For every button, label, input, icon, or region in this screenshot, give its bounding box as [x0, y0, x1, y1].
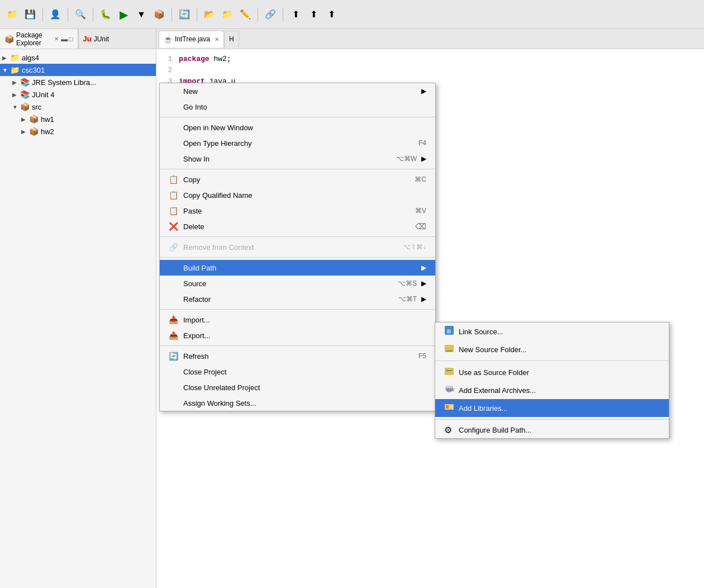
import-icon: 📥: [169, 315, 181, 324]
debug-button[interactable]: 🐛: [98, 7, 113, 22]
svg-rect-8: [446, 370, 453, 371]
submenu-item-new-source-folder[interactable]: New Source Folder...: [435, 340, 669, 358]
submenu-item-add-libraries[interactable]: Add Libraries...: [435, 399, 669, 417]
submenu-item-add-external-archives[interactable]: 010 Add External Archives...: [435, 381, 669, 399]
open-folder-button[interactable]: 📂: [202, 7, 217, 22]
menu-separator-2: [160, 169, 435, 169]
toolbar-separator-5: [197, 8, 197, 21]
tree-item-src[interactable]: ▼ 📦 src: [0, 101, 156, 113]
new-file-button[interactable]: 📁: [4, 7, 20, 22]
toolbar-separator-3: [93, 8, 93, 21]
copy-qualified-icon: 📋: [169, 191, 181, 200]
edit-button[interactable]: ✏️: [237, 7, 253, 22]
code-line-1: 1 package hw2;: [156, 54, 704, 65]
toolbar-separator-6: [258, 8, 258, 21]
editor-tab-close[interactable]: ✕: [215, 36, 219, 42]
menu-item-open-type-hierarchy[interactable]: Open Type Hierarchy F4: [160, 135, 435, 151]
package-explorer-tab-label[interactable]: Package Explorer: [16, 31, 50, 47]
editor-tab-h-label: H: [229, 35, 234, 43]
line-content-2[interactable]: [179, 65, 704, 76]
menu-item-copy-qualified-name[interactable]: 📋 Copy Qualified Name: [160, 187, 435, 203]
tree-item-junit4[interactable]: ▶ 📚 JUnit 4: [0, 88, 156, 101]
toolbar-separator-7: [283, 8, 283, 21]
menu-item-delete[interactable]: ❌ Delete ⌫: [160, 219, 435, 234]
menu-label-copy-qualified-name: Copy Qualified Name: [183, 191, 426, 200]
package-explorer-tree: ▶ 📁 algs4 ▼ 📁 csc301 ▶ 📚 JRE System Libr…: [0, 49, 156, 588]
build-button[interactable]: 📦: [151, 7, 167, 22]
menu-item-close-project[interactable]: Close Project: [160, 364, 435, 380]
editor-tab-inttree[interactable]: ☕ IntTree.java ✕: [159, 31, 224, 48]
menu-item-export[interactable]: 📤 Export...: [160, 328, 435, 343]
submenu-separator-1: [435, 361, 669, 361]
folder-button[interactable]: 📁: [220, 7, 235, 22]
build-path-submenu: ⊞ Link Source... New Source Folder... Us…: [435, 322, 669, 439]
svg-text:⊞: ⊞: [446, 328, 451, 334]
tree-item-csc301[interactable]: ▼ 📁 csc301: [0, 64, 156, 76]
tree-arrow-csc301: ▼: [2, 67, 10, 73]
tree-item-hw1[interactable]: ▶ 📦 hw1: [0, 113, 156, 125]
junit-tab-section[interactable]: Ju JUnit: [79, 29, 156, 49]
link-source-icon: ⊞: [444, 325, 456, 338]
new-arrow-icon: ▶: [421, 87, 426, 95]
editor-tab-h[interactable]: H: [224, 31, 239, 48]
profile-button[interactable]: 👤: [47, 7, 63, 22]
tree-item-hw2[interactable]: ▶ 📦 hw2: [0, 125, 156, 137]
menu-item-source[interactable]: Source ⌥⌘S ▶: [160, 276, 435, 291]
submenu-item-link-source[interactable]: ⊞ Link Source...: [435, 323, 669, 340]
menu-item-build-path[interactable]: Build Path ▶: [160, 260, 435, 276]
delete-shortcut: ⌫: [415, 222, 426, 231]
menu-item-import[interactable]: 📥 Import...: [160, 312, 435, 328]
tree-label-hw2: hw2: [41, 127, 54, 136]
submenu-item-use-as-source[interactable]: Use as Source Folder: [435, 363, 669, 381]
line-content-1[interactable]: package hw2;: [179, 54, 704, 65]
code-line-2: 2: [156, 65, 704, 76]
menu-item-assign-working-sets[interactable]: Assign Working Sets...: [160, 395, 435, 411]
menu-item-open-new-window[interactable]: Open in New Window: [160, 120, 435, 135]
tree-arrow-hw1: ▶: [21, 116, 29, 122]
minimize-icon[interactable]: ▬: [61, 35, 68, 43]
menu-label-new: New: [183, 87, 417, 96]
tree-item-algs4[interactable]: ▶ 📁 algs4: [0, 51, 156, 64]
refactor-arrow-icon: ▶: [421, 295, 426, 303]
up-button-1[interactable]: ⬆: [288, 7, 303, 22]
refresh-button[interactable]: 🔄: [177, 7, 192, 22]
submenu-label-use-as-source: Use as Source Folder: [459, 368, 660, 377]
menu-item-remove-context[interactable]: 🔗 Remove from Context ⌥⇧⌘↓: [160, 239, 435, 255]
copy-shortcut: ⌘C: [415, 176, 426, 183]
delete-icon: ❌: [169, 222, 181, 231]
junit-tab-label[interactable]: JUnit: [94, 35, 109, 43]
menu-item-gointo[interactable]: Go Into: [160, 99, 435, 115]
up-button-3[interactable]: ⬆: [324, 7, 339, 22]
menu-separator-1: [160, 117, 435, 117]
add-libraries-icon: [444, 402, 456, 414]
refactor-shortcut: ⌥⌘T: [398, 295, 417, 303]
search-button[interactable]: 🔍: [73, 7, 88, 22]
menu-separator-3: [160, 236, 435, 237]
menu-label-refresh: Refresh: [183, 352, 407, 361]
tree-item-jre[interactable]: ▶ 📚 JRE System Libra...: [0, 76, 156, 88]
package-explorer-tab-close[interactable]: ✕: [54, 36, 59, 42]
run-button[interactable]: ▶: [116, 7, 131, 22]
menu-item-show-in[interactable]: Show In ⌥⌘W ▶: [160, 151, 435, 167]
build-path-arrow-icon: ▶: [421, 264, 426, 272]
link-button[interactable]: 🔗: [263, 7, 278, 22]
menu-item-close-unrelated[interactable]: Close Unrelated Project: [160, 380, 435, 395]
run-dropdown-button[interactable]: ▼: [134, 7, 149, 22]
tree-arrow-algs4: ▶: [2, 55, 10, 61]
tree-label-jre: JRE System Libra...: [32, 78, 96, 87]
tree-label-junit4: JUnit 4: [32, 91, 54, 99]
maximize-icon[interactable]: □: [69, 35, 73, 43]
up-button-2[interactable]: ⬆: [306, 7, 321, 22]
save-button[interactable]: 💾: [22, 7, 38, 22]
menu-label-remove-context: Remove from Context: [183, 243, 392, 252]
submenu-item-configure-build-path[interactable]: ⚙ Configure Build Path...: [435, 422, 669, 438]
menu-item-new[interactable]: New ▶: [160, 83, 435, 99]
menu-item-paste[interactable]: 📋 Paste ⌘V: [160, 203, 435, 219]
menu-item-refactor[interactable]: Refactor ⌥⌘T ▶: [160, 291, 435, 307]
combined-tab-bar: 📦 Package Explorer ✕ ▬ □ Ju JUnit: [0, 29, 156, 49]
menu-item-refresh[interactable]: 🔄 Refresh F5: [160, 348, 435, 364]
folder-icon-src: 📦: [20, 102, 30, 111]
menu-separator-5: [160, 309, 435, 310]
menu-item-copy[interactable]: 📋 Copy ⌘C: [160, 172, 435, 187]
tree-label-src: src: [32, 103, 41, 111]
